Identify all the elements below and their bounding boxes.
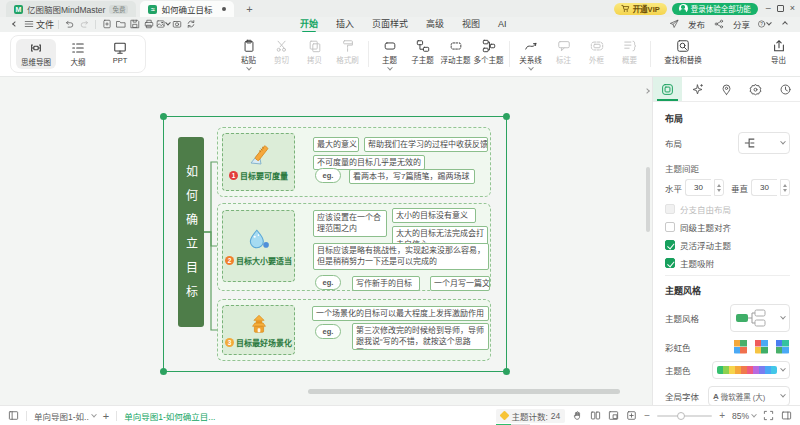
mindmap-canvas[interactable]: 如何确立目标 1目标要可度量 最大的意义 帮助我们在学习的过程中收获反馈 不可度… [0,77,652,405]
vertical-stepper[interactable] [780,179,790,196]
pan-tool-icon[interactable] [572,410,583,421]
horizontal-spacing-input[interactable] [685,179,711,196]
format-painter-button[interactable]: 格式刷 [331,36,364,65]
menu-insert[interactable]: 插入 [336,17,354,32]
vertical-scrollbar[interactable] [646,167,650,232]
node-tag[interactable]: 最大的意义 [313,137,359,152]
back-icon[interactable] [8,18,22,30]
vertical-spacing-input[interactable] [751,179,777,196]
eg-text[interactable]: 第三次修改完的时候给到导师，导师跟我说“写的不错，就按这个思路写！” [352,323,489,350]
rainbow-swatch-2[interactable] [733,339,748,354]
file-menu[interactable]: 文件 [36,18,54,31]
theme-style-dropdown[interactable] [730,304,790,332]
close-button[interactable]: × [790,4,795,13]
zoom-slider-knob[interactable] [677,412,685,420]
fullscreen-icon[interactable] [763,410,774,421]
document-tab[interactable]: ≈ 如何确立目标 [140,1,234,17]
eg-node[interactable]: eg. [315,324,341,339]
cut-button[interactable]: 剪切 [265,36,298,65]
topic-button[interactable]: 主题 [373,36,406,71]
pages-view-icon[interactable] [590,410,601,421]
menu-page-style[interactable]: 页面样式 [372,17,408,32]
eg-node[interactable]: eg. [315,168,341,183]
minimize-button[interactable]: – [766,4,771,13]
node-challenge[interactable]: 目标应该是略有挑战性，实现起来没那么容易，但是稍稍努力一下还是可以完成的 [313,243,489,270]
horizontal-scrollbar[interactable] [308,389,620,394]
vip-button[interactable]: 开通VIP [614,3,667,15]
mode-ppt[interactable]: PPT [100,39,140,69]
tab-ai-magic[interactable] [682,77,711,101]
topic-scenario[interactable]: 3目标最好场景化 [222,305,295,355]
eg-text-a[interactable]: 写作新手的目标 [352,276,420,291]
node-point[interactable]: 一个场景化的目标可以最大程度上发挥激励作用 [312,306,489,321]
publish-button[interactable]: 发布 [688,18,705,30]
add-box-icon[interactable] [626,410,637,421]
callout-button[interactable]: 标注 [547,36,580,65]
boundary-button[interactable]: 外框 [580,36,613,65]
panel-toggle-icon[interactable] [781,410,792,421]
eg-text-b[interactable]: 一个月写一篇文章 [430,276,490,291]
paste-button[interactable]: 粘贴 [232,36,265,71]
new-tab-button[interactable]: + [242,3,256,17]
mode-mindmap[interactable]: 思维导图 [16,39,56,69]
node-tag-text[interactable]: 帮助我们在学习的过程中收获反馈 [364,137,488,152]
help-icon[interactable]: ? [757,18,771,30]
tab-theme-seal[interactable] [741,77,770,101]
add-page-button[interactable]: + [103,410,109,422]
central-topic[interactable]: 如何确立目标 [178,137,204,327]
page-panel-icon[interactable] [8,410,19,421]
theme-color-dropdown[interactable] [712,361,790,379]
mode-outline[interactable]: 大纲 [58,39,98,69]
node-range[interactable]: 应该设置在一个合理范围之内 [313,210,387,237]
snapshot-icon[interactable] [170,18,184,30]
zoom-out-button[interactable]: − [644,410,650,421]
subtopic-button[interactable]: 子主题 [406,36,439,65]
share-button[interactable]: 分享 [733,18,750,30]
sync-icon[interactable] [184,18,198,30]
checkbox-flexible-floating-topic[interactable]: 灵活浮动主题 [665,239,790,251]
floating-topic-button[interactable]: 浮动主题 [439,36,472,65]
topic-right-size[interactable]: 2目标大小要适当 [222,210,295,282]
horizontal-stepper[interactable] [714,179,724,196]
checkbox-free-branch-layout[interactable]: 分支自由布局 [665,203,790,215]
zoom-level-dropdown[interactable]: 85% [732,411,756,421]
print-icon[interactable] [142,18,156,30]
menu-start[interactable]: 开始 [300,17,318,32]
zoom-in-button[interactable]: + [719,410,725,421]
export-button[interactable]: 导出 [771,39,786,65]
sidebar-collapse-button[interactable] [642,83,652,99]
rainbow-swatch-3[interactable] [754,339,769,354]
menu-advanced[interactable]: 高级 [426,17,444,32]
checkbox-align-sibling-topics[interactable]: 同级主题对齐 [665,221,790,233]
login-button[interactable]: 登录体验全部功能 [672,3,758,15]
active-page-tab[interactable]: 单向导图1-如何确立目... [124,410,215,422]
undo-icon[interactable] [63,18,77,30]
new-file-icon[interactable] [100,18,114,30]
tab-history-clock[interactable] [771,77,800,101]
checkbox-topic-snap[interactable]: 主题吸附 [665,257,790,269]
publish-icon[interactable] [667,18,681,30]
topic-measurable[interactable]: 1目标要可度量 [222,133,295,191]
selection-handle[interactable] [160,113,167,120]
app-tab-home[interactable]: M 亿图脑图MindMaster 免费 [6,1,136,17]
maximize-button[interactable] [777,5,784,12]
tab-layout-panel[interactable] [653,77,682,101]
layout-dropdown[interactable] [738,132,790,154]
node-too-small[interactable]: 太小的目标没有意义 [392,208,476,223]
global-font-dropdown[interactable]: A̰微软雅黑 (大) [708,386,790,405]
collapse-toolbar-icon[interactable] [778,18,792,30]
redo-icon[interactable] [77,18,91,30]
zoom-slider[interactable] [657,415,712,417]
open-folder-icon[interactable] [114,18,128,30]
hamburger-menu-icon[interactable] [22,18,36,30]
find-replace-button[interactable]: 查找和替换 [655,36,711,65]
eg-text[interactable]: 看两本书，写7篇随笔，踢两场球 [349,169,475,184]
birdview-icon[interactable] [608,410,619,421]
tab-map-pin[interactable] [712,77,741,101]
save-icon[interactable] [128,18,142,30]
rainbow-swatch-4[interactable] [775,339,790,354]
export-image-icon[interactable] [156,18,170,30]
eg-node[interactable]: eg. [315,275,341,290]
menu-view[interactable]: 视图 [462,17,480,32]
share-icon[interactable] [712,18,726,30]
